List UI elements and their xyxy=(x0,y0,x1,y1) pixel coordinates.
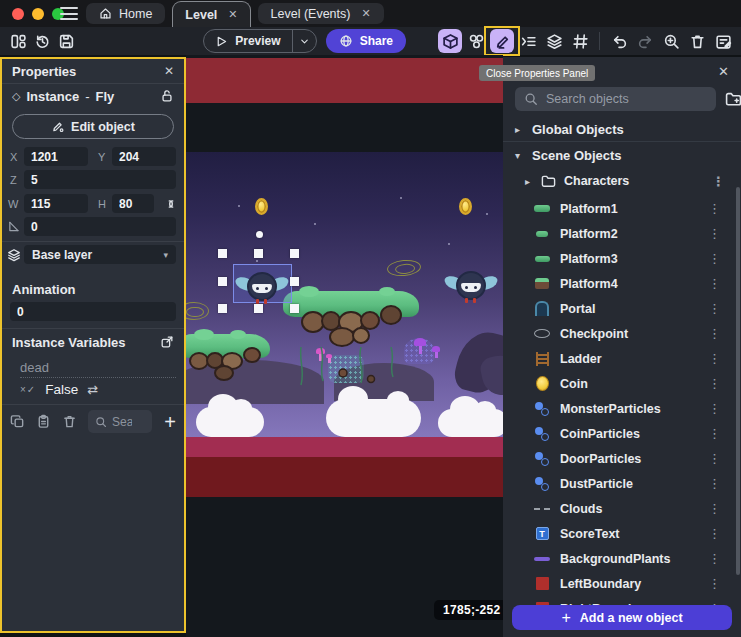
object-row-checkpoint[interactable]: Checkpoint⋮ xyxy=(503,321,737,346)
kebab-menu-icon[interactable]: ⋮ xyxy=(702,451,727,466)
z-input[interactable] xyxy=(24,170,176,189)
preview-options-button[interactable] xyxy=(292,30,316,52)
selection-handle[interactable] xyxy=(218,304,227,313)
preview-button[interactable]: Preview xyxy=(204,30,291,52)
open-object-groups-button[interactable] xyxy=(464,29,488,53)
kebab-menu-icon[interactable]: ⋮ xyxy=(702,476,727,491)
width-input[interactable] xyxy=(24,194,88,213)
open-variables-editor-icon[interactable] xyxy=(160,335,174,349)
kebab-menu-icon[interactable]: ⋮ xyxy=(702,401,727,416)
selection-handle[interactable] xyxy=(290,277,299,286)
kebab-menu-icon[interactable]: ⋮ xyxy=(702,501,727,516)
x-input[interactable] xyxy=(24,147,88,166)
minimize-window-button[interactable] xyxy=(32,8,44,20)
objects-scrollbar[interactable] xyxy=(736,187,740,575)
group-global-objects[interactable]: ▸ Global Objects xyxy=(503,116,741,142)
close-tab-icon[interactable]: ✕ xyxy=(228,8,237,21)
close-properties-icon[interactable]: ✕ xyxy=(164,64,174,78)
coin-instance[interactable] xyxy=(459,198,472,215)
kebab-menu-icon[interactable]: ⋮ xyxy=(702,201,727,216)
fly-instance-selected[interactable] xyxy=(236,271,288,305)
folder-characters[interactable]: ▸ Characters ⋮ xyxy=(503,168,741,194)
copy-icon[interactable] xyxy=(10,414,25,429)
fly-instance[interactable] xyxy=(445,270,497,304)
selection-handle[interactable] xyxy=(254,304,263,313)
object-row-platform2[interactable]: Platform2⋮ xyxy=(503,221,737,246)
history-button[interactable] xyxy=(30,29,54,53)
object-row-leftboundary[interactable]: LeftBoundary⋮ xyxy=(503,571,737,596)
height-input[interactable] xyxy=(112,194,154,213)
selection-handle[interactable] xyxy=(290,249,299,258)
tab-level[interactable]: Level ✕ xyxy=(172,1,250,27)
kebab-menu-icon[interactable]: ⋮ xyxy=(702,276,727,291)
angle-input[interactable] xyxy=(24,217,176,236)
tab-home[interactable]: Home xyxy=(86,3,165,24)
close-objects-panel-icon[interactable]: ✕ xyxy=(718,64,729,79)
coin-instance[interactable] xyxy=(255,198,268,215)
kebab-menu-icon[interactable]: ⋮ xyxy=(706,174,731,189)
undo-button[interactable] xyxy=(607,29,631,53)
objects-search-input[interactable] xyxy=(546,92,707,106)
object-row-platform1[interactable]: Platform1⋮ xyxy=(503,196,737,221)
ground-boundary-object[interactable] xyxy=(186,437,503,457)
kebab-menu-icon[interactable]: ⋮ xyxy=(702,226,727,241)
kebab-menu-icon[interactable]: ⋮ xyxy=(702,526,727,541)
platform-instance[interactable] xyxy=(281,291,421,375)
save-button[interactable] xyxy=(54,29,78,53)
edit-scene-properties-button[interactable] xyxy=(711,29,735,53)
kebab-menu-icon[interactable]: ⋮ xyxy=(702,251,727,266)
layer-select[interactable]: Base layer ▾ xyxy=(24,245,176,264)
scene-canvas[interactable]: 1785;-252 xyxy=(186,55,503,637)
lock-ratio-icon[interactable] xyxy=(164,197,178,211)
close-window-button[interactable] xyxy=(12,8,24,20)
object-row-platform4[interactable]: Platform4⋮ xyxy=(503,271,737,296)
variables-search-box[interactable] xyxy=(88,410,152,433)
add-new-object-button[interactable]: + Add a new object xyxy=(512,605,732,630)
object-row-coinparticles[interactable]: CoinParticles⋮ xyxy=(503,421,737,446)
object-row-clouds[interactable]: Clouds⋮ xyxy=(503,496,737,521)
edit-object-button[interactable]: Edit object xyxy=(12,114,174,139)
object-row-monsterparticles[interactable]: MonsterParticles⋮ xyxy=(503,396,737,421)
close-tab-icon[interactable]: ✕ xyxy=(361,7,370,20)
kebab-menu-icon[interactable]: ⋮ xyxy=(702,551,727,566)
toggle-properties-panel-button[interactable] xyxy=(490,29,514,53)
object-row-backgroundplants[interactable]: BackgroundPlants⋮ xyxy=(503,546,737,571)
add-variable-button[interactable]: + xyxy=(164,412,176,432)
platform-instance[interactable] xyxy=(186,334,272,390)
variables-search-input[interactable] xyxy=(112,415,132,429)
zoom-button[interactable] xyxy=(659,29,683,53)
object-row-scoretext[interactable]: TScoreText⋮ xyxy=(503,521,737,546)
bottom-boundary-object[interactable] xyxy=(186,457,503,497)
kebab-menu-icon[interactable]: ⋮ xyxy=(702,426,727,441)
selection-handle[interactable] xyxy=(290,304,299,313)
variable-value[interactable]: False xyxy=(45,382,78,397)
y-input[interactable] xyxy=(112,147,176,166)
selection-handle[interactable] xyxy=(218,249,227,258)
tab-level-events[interactable]: Level (Events) ✕ xyxy=(258,3,384,24)
kebab-menu-icon[interactable]: ⋮ xyxy=(702,376,727,391)
delete-button[interactable] xyxy=(685,29,709,53)
open-instances-list-button[interactable] xyxy=(516,29,540,53)
group-scene-objects[interactable]: ▾ Scene Objects xyxy=(503,142,741,168)
top-boundary-object[interactable] xyxy=(186,58,503,103)
kebab-menu-icon[interactable]: ⋮ xyxy=(702,576,727,591)
trash-icon[interactable] xyxy=(62,414,77,429)
selection-handle[interactable] xyxy=(218,277,227,286)
kebab-menu-icon[interactable]: ⋮ xyxy=(702,351,727,366)
object-row-portal[interactable]: Portal⋮ xyxy=(503,296,737,321)
unlock-icon[interactable] xyxy=(160,89,174,103)
redo-button[interactable] xyxy=(633,29,657,53)
rotation-handle[interactable] xyxy=(256,231,263,238)
object-row-dustparticle[interactable]: DustParticle⋮ xyxy=(503,471,737,496)
selection-handle[interactable] xyxy=(254,249,263,258)
open-layers-panel-button[interactable] xyxy=(542,29,566,53)
paste-icon[interactable] xyxy=(36,414,51,429)
object-row-doorparticles[interactable]: DoorParticles⋮ xyxy=(503,446,737,471)
toggle-3d-view-button[interactable] xyxy=(438,29,462,53)
main-menu-icon[interactable] xyxy=(60,7,78,20)
open-projects-panel-button[interactable] xyxy=(6,29,30,53)
object-row-ladder[interactable]: Ladder⋮ xyxy=(503,346,737,371)
toggle-grid-button[interactable] xyxy=(568,29,592,53)
share-button[interactable]: Share xyxy=(326,29,406,53)
object-row-platform3[interactable]: Platform3⋮ xyxy=(503,246,737,271)
